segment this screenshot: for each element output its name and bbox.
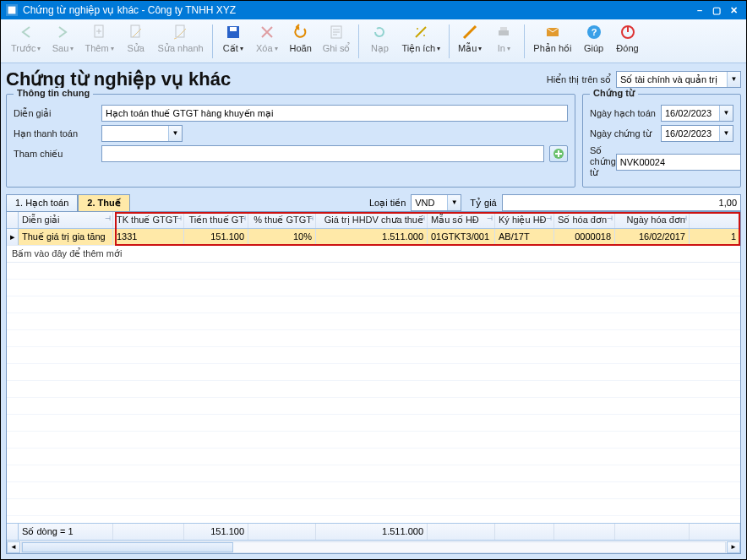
prev-button[interactable]: Trước▾ (6, 23, 46, 54)
general-info-group: Thông tin chung Diễn giải Hạn thanh toán… (6, 94, 575, 188)
display-on-combo[interactable]: ▼ (616, 71, 741, 88)
cell-tax-account[interactable]: 1331 (113, 229, 184, 245)
cell-inv-date[interactable]: 16/02/2017 (615, 229, 690, 245)
due-date-input[interactable] (102, 126, 168, 141)
vou-date-label: Ngày chứng từ (590, 128, 661, 139)
col-inv-form[interactable]: Mẫu số HĐ⊣ (428, 212, 495, 228)
add-row-hint[interactable]: Bấm vào đây để thêm mới (7, 246, 740, 263)
currency-label: Loại tiền (369, 198, 406, 209)
post-icon (327, 23, 346, 41)
maximize-button[interactable]: ▢ (709, 4, 724, 16)
grid-body: ▸ Thuế giá trị gia tăng 1331 151.100 10%… (7, 229, 740, 523)
description-input[interactable] (101, 105, 568, 122)
current-row-indicator: ▸ (7, 229, 19, 245)
col-description[interactable]: Diễn giải⊣ (19, 212, 113, 228)
printer-icon (494, 23, 513, 41)
edit-icon (127, 23, 145, 41)
general-legend: Thông tin chung (14, 88, 93, 98)
file-plus-icon (90, 23, 109, 41)
chevron-down-icon[interactable]: ▼ (719, 126, 733, 141)
due-date-combo[interactable]: ▼ (101, 125, 183, 142)
delete-button[interactable]: Xóa▾ (250, 23, 284, 53)
voucher-no-input[interactable] (616, 154, 741, 171)
col-tax-pct[interactable]: % thuế GTGT⊣ (248, 212, 316, 228)
cell-inv-form[interactable]: 01GTKT3/001 (428, 229, 495, 245)
rate-label: Tỷ giá (470, 198, 496, 209)
next-button[interactable]: Sau▾ (46, 23, 79, 53)
scroll-left-button[interactable]: ◄ (7, 541, 20, 553)
utilities-button[interactable]: Tiện ích▾ (396, 23, 445, 54)
scroll-track[interactable] (21, 541, 726, 553)
quick-edit-icon (172, 23, 190, 41)
currency-input[interactable] (412, 195, 447, 210)
edit-button[interactable]: Sửa (119, 23, 153, 54)
save-button[interactable]: Cất▾ (216, 23, 250, 54)
chevron-down-icon[interactable]: ▼ (168, 126, 182, 141)
quickedit-button[interactable]: Sửa nhanh (153, 23, 209, 54)
acc-date-combo[interactable]: ▼ (661, 105, 733, 122)
close-button[interactable]: Đóng (611, 23, 645, 53)
tab-tax[interactable]: 2. Thuế (78, 194, 129, 211)
reference-label: Tham chiếu (14, 149, 101, 160)
col-tax-account[interactable]: TK thuế GTGT⊣ (113, 212, 184, 228)
svg-point-7 (417, 28, 418, 30)
help-button[interactable]: ?Giúp (577, 23, 611, 53)
col-inv-no[interactable]: Số hóa đơn⊣ (554, 212, 615, 228)
base-total: 1.511.000 (316, 524, 428, 540)
voucher-no-label: Số chứng từ (590, 145, 616, 178)
post-button[interactable]: Ghi sổ (318, 23, 356, 54)
tax-total: 151.100 (184, 524, 248, 540)
col-inv-serial[interactable]: Ký hiệu HĐ⊣ (495, 212, 554, 228)
ruler-icon (461, 23, 479, 41)
voucher-legend: Chứng từ (590, 88, 638, 99)
add-button[interactable]: Thêm▾ (79, 23, 118, 53)
scroll-thumb[interactable] (22, 542, 233, 552)
horizontal-scrollbar[interactable]: ◄ ► (7, 540, 740, 553)
add-reference-button[interactable] (549, 145, 568, 162)
delete-icon (258, 23, 276, 41)
tab-accounting[interactable]: 1. Hạch toán (6, 194, 78, 211)
col-base-value[interactable]: Giá trị HHDV chưa thuế⊣ (316, 212, 428, 228)
cell-tax-pct[interactable]: 10% (248, 229, 316, 245)
cell-description[interactable]: Thuế giá trị gia tăng (19, 229, 113, 245)
titlebar: Chứng từ nghiệp vụ khác - Công ty TNHH X… (1, 1, 746, 19)
table-row[interactable]: ▸ Thuế giá trị gia tăng 1331 151.100 10%… (7, 229, 740, 246)
voucher-group: Chứng từ Ngày hạch toán ▼ Ngày chứng từ … (582, 94, 741, 188)
cell-base-value[interactable]: 1.511.000 (316, 229, 428, 245)
col-inv-date[interactable]: Ngày hóa đơn⊣ (615, 212, 690, 228)
template-button[interactable]: Mẫu▾ (453, 23, 487, 54)
undo-button[interactable]: Hoãn (284, 23, 318, 53)
app-icon (6, 4, 18, 16)
reference-input[interactable] (101, 145, 544, 162)
chevron-down-icon[interactable]: ▼ (727, 72, 740, 87)
svg-rect-9 (499, 30, 509, 35)
cell-extra[interactable]: 1 (690, 229, 740, 245)
minimize-button[interactable]: – (692, 4, 707, 16)
scroll-right-button[interactable]: ► (727, 541, 740, 553)
feedback-button[interactable]: Phản hồi (528, 23, 576, 54)
chevron-down-icon[interactable]: ▼ (447, 195, 461, 210)
cell-inv-no[interactable]: 0000018 (554, 229, 615, 245)
tabstrip: 1. Hạch toán 2. Thuế (6, 194, 130, 211)
arrow-right-icon (53, 23, 72, 41)
acc-date-input[interactable] (662, 106, 719, 121)
svg-text:?: ? (591, 27, 597, 37)
vou-date-input[interactable] (662, 126, 719, 141)
col-extra[interactable] (690, 212, 740, 228)
power-icon (619, 23, 637, 41)
arrow-left-icon (17, 23, 35, 41)
vou-date-combo[interactable]: ▼ (661, 125, 733, 142)
col-tax-amount[interactable]: Tiền thuế GT⊣ (184, 212, 248, 228)
close-window-button[interactable]: ✕ (726, 4, 741, 16)
cell-inv-serial[interactable]: AB/17T (495, 229, 554, 245)
wand-icon (412, 23, 430, 41)
toolbar: Trước▾ Sau▾ Thêm▾ Sửa Sửa nhanh Cất▾ Xóa… (1, 19, 746, 63)
main-area: Chứng từ nghiệp vụ khác Hiển thị trên sổ… (1, 63, 746, 559)
load-button[interactable]: Nạp (363, 23, 396, 54)
cell-tax-amount[interactable]: 151.100 (184, 229, 248, 245)
display-on-value[interactable] (617, 72, 727, 87)
currency-combo[interactable]: ▼ (411, 194, 461, 211)
rate-input[interactable] (502, 194, 741, 211)
chevron-down-icon[interactable]: ▼ (719, 106, 733, 121)
print-button[interactable]: In▾ (487, 23, 521, 53)
